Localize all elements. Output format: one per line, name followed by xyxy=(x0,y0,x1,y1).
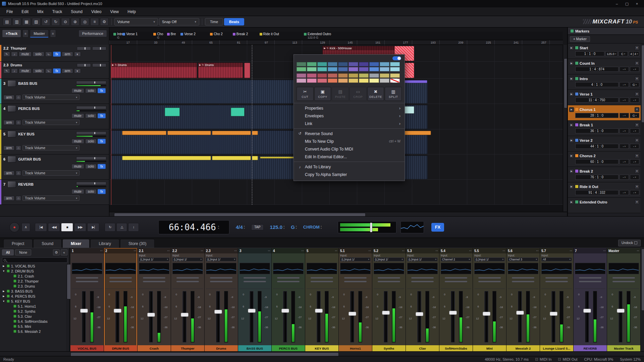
channel-eq-display[interactable] xyxy=(441,263,471,274)
track-name[interactable]: BASS BUS xyxy=(18,81,37,85)
tree-check-icon[interactable] xyxy=(7,295,10,298)
palette-swatch[interactable] xyxy=(307,78,317,83)
marker-item[interactable]: Count In 1 : 4 : 874 -- xyxy=(568,59,641,74)
marker-delete-button[interactable] xyxy=(635,169,639,174)
tab[interactable]: Project xyxy=(3,239,33,248)
track-name[interactable]: PERCS BUS xyxy=(18,107,40,111)
fader-handle[interactable] xyxy=(114,309,121,313)
mixer-channel-strip[interactable]: 2.3 Input: (L)Input 1/ xyxy=(205,248,238,351)
channel-sends-section[interactable] xyxy=(239,275,270,289)
marker-delete-button[interactable] xyxy=(635,92,639,97)
skip-to-end-button[interactable]: ▶| xyxy=(87,223,99,232)
track-instrument-icon[interactable] xyxy=(7,181,16,188)
channel-name-label[interactable]: VOCAL BUS xyxy=(70,345,104,351)
fader-handle[interactable] xyxy=(348,312,356,316)
fader-track[interactable] xyxy=(484,291,488,343)
fader-handle[interactable] xyxy=(516,311,524,315)
palette-swatch[interactable] xyxy=(328,67,337,71)
channel-eq-display[interactable] xyxy=(340,263,371,274)
send-slider[interactable] xyxy=(378,277,400,279)
fx-button[interactable]: fx xyxy=(98,189,106,194)
palette-swatch[interactable] xyxy=(328,73,337,78)
marker-name[interactable]: Extended Outro xyxy=(580,200,633,204)
track-row[interactable]: 4 PERCS BUS mute solo fx xyxy=(0,104,109,129)
channel-eq-display[interactable] xyxy=(374,263,404,274)
automation-parameter-dropdown[interactable]: Volume xyxy=(114,18,158,25)
marker-position[interactable]: 91 : 4 : 332 xyxy=(575,190,619,195)
mute-button[interactable]: mute xyxy=(71,189,84,194)
fader-handle[interactable] xyxy=(483,312,490,316)
key-control[interactable]: G ▴▾ xyxy=(291,224,297,230)
fader-handle[interactable] xyxy=(80,309,88,313)
channel-eq-display[interactable] xyxy=(273,263,304,274)
marker-value-dropdown[interactable]: - xyxy=(630,128,639,133)
tab[interactable]: Sound xyxy=(33,239,62,248)
channel-sends-section[interactable] xyxy=(474,275,505,289)
mixer-channel-strip[interactable]: 5.1 Input: (L)Input 1/ xyxy=(339,248,372,351)
section-marker[interactable]: Bre xyxy=(167,32,176,36)
audio-clip[interactable]: ▶ ↻ xyxy=(111,105,321,129)
new-project-icon[interactable]: ▤ xyxy=(3,18,11,26)
channel-name-label[interactable]: Synths xyxy=(372,345,406,351)
tree-item[interactable]: 5.1. Horns1 xyxy=(0,304,66,309)
mute-button[interactable]: mute xyxy=(71,113,84,118)
marker-delete-button[interactable] xyxy=(635,184,639,189)
fader-track[interactable] xyxy=(551,291,555,343)
section-marker[interactable]: Break 2 xyxy=(233,32,248,36)
fader-handle[interactable] xyxy=(315,309,323,313)
marker-delete-button[interactable] xyxy=(635,61,639,66)
mute-button[interactable]: mute xyxy=(71,139,84,144)
scrollbar-thumb[interactable] xyxy=(114,213,366,216)
channel-header[interactable]: 5.1 xyxy=(339,248,372,253)
mixer-channel-strip[interactable]: Master Input: xyxy=(607,248,641,351)
section-marker[interactable]: Verse 1 xyxy=(122,32,138,36)
marker-name[interactable]: Break 1 xyxy=(580,123,633,127)
channel-header-icons[interactable] xyxy=(234,250,236,252)
send-slider[interactable] xyxy=(612,277,635,279)
track-list-icon[interactable] xyxy=(22,29,29,38)
track-row[interactable]: 3 BASS BUS mute solo fx xyxy=(0,79,109,104)
context-menu-item[interactable]: Envelopes xyxy=(294,112,405,120)
palette-swatch[interactable] xyxy=(380,67,389,71)
fader-handle[interactable] xyxy=(248,309,256,313)
send-slider[interactable] xyxy=(143,281,165,282)
fx-button[interactable]: fx xyxy=(98,113,106,118)
tree-check-icon[interactable] xyxy=(7,269,10,273)
fader-track[interactable] xyxy=(451,291,455,343)
marker-delete-button[interactable] xyxy=(635,154,639,158)
channel-sends-section[interactable] xyxy=(206,275,236,289)
marker-play-icon[interactable] xyxy=(569,61,574,66)
marker-play-icon[interactable] xyxy=(569,107,574,112)
marker-name[interactable]: Chorus 2 xyxy=(580,154,633,158)
channel-sends-section[interactable] xyxy=(575,275,605,289)
tree-check-icon[interactable] xyxy=(13,315,16,318)
send-slider[interactable] xyxy=(445,277,467,279)
marker-delete-button[interactable] xyxy=(635,107,639,112)
arm-button[interactable]: arm xyxy=(3,95,14,100)
channel-name-label[interactable]: REVERB xyxy=(574,345,607,351)
fader-track[interactable] xyxy=(216,291,220,343)
fader-track[interactable] xyxy=(250,291,254,343)
snap-dropdown[interactable]: Snap Off xyxy=(159,18,199,25)
mixer-vertical-scrollbar[interactable] xyxy=(641,248,644,351)
markers-scrollbar[interactable] xyxy=(641,44,644,216)
scale-control[interactable]: CHROM ▴▾ xyxy=(303,225,322,230)
send-slider[interactable] xyxy=(512,277,534,279)
automation-parameter-dropdown[interactable]: Track Volume xyxy=(22,95,79,100)
tree-check-icon[interactable] xyxy=(13,275,16,278)
palette-swatch[interactable] xyxy=(297,62,306,66)
palette-swatch[interactable] xyxy=(369,62,379,66)
arm-button[interactable]: arm xyxy=(3,145,14,150)
fx-button[interactable]: fx xyxy=(98,88,106,93)
marker-delete-button[interactable] xyxy=(635,200,639,204)
mixer-channel-strip[interactable]: 2.2 Input: (L)Input 1/ xyxy=(171,248,205,351)
marker-value-dropdown[interactable]: - xyxy=(630,159,639,164)
menu-item[interactable]: Help xyxy=(123,7,140,16)
fader-handle[interactable] xyxy=(416,312,423,316)
channel-sends-section[interactable] xyxy=(374,275,404,289)
section-marker[interactable]: Cho G xyxy=(153,32,163,39)
marker-value-dropdown[interactable]: - xyxy=(620,67,629,72)
solo-button[interactable]: solo xyxy=(33,68,44,73)
fader-handle[interactable] xyxy=(181,313,189,317)
audio-clip[interactable]: ▶ ↻ xyxy=(167,131,211,135)
